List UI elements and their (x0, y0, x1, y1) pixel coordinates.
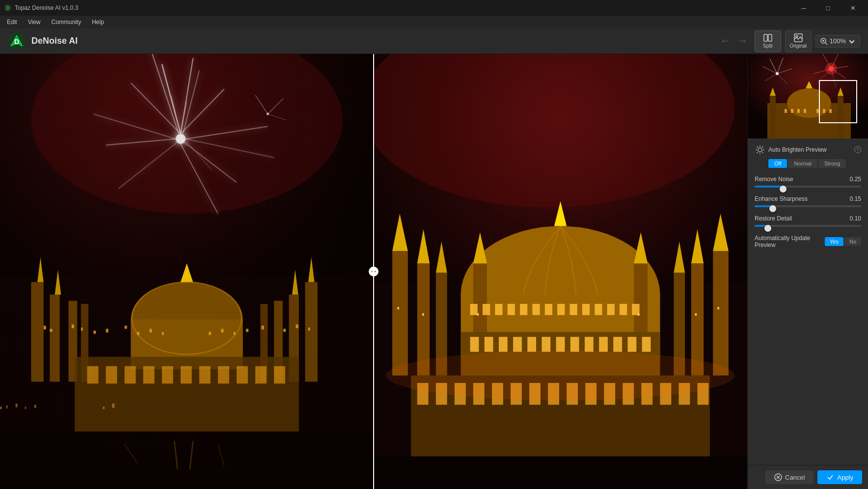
zoom-control[interactable]: 100% (815, 35, 860, 48)
app-title: DeNoise AI (31, 36, 78, 46)
svg-rect-169 (638, 313, 640, 316)
apply-icon (826, 473, 834, 481)
menu-help[interactable]: Help (87, 18, 109, 27)
enhance-sharpness-label: Enhance Sharpness (755, 195, 808, 202)
auto-update-no-button[interactable]: No (844, 237, 861, 246)
controls-area: Auto Brighten Preview ? Off Normal Stron… (748, 138, 868, 465)
svg-point-163 (386, 351, 734, 400)
remove-noise-label: Remove Noise (755, 176, 793, 183)
svg-rect-135 (513, 337, 522, 352)
svg-rect-137 (542, 337, 550, 352)
svg-rect-4 (764, 34, 767, 41)
auto-update-label: Automatically Update Preview (755, 235, 825, 248)
remove-noise-section: Remove Noise 0.25 (755, 176, 861, 188)
svg-rect-134 (499, 337, 508, 352)
svg-rect-144 (642, 337, 651, 352)
svg-rect-101 (392, 251, 408, 376)
svg-rect-164 (397, 307, 399, 309)
auto-update-section: Automatically Update Preview Yes No (755, 235, 861, 248)
svg-rect-166 (717, 307, 719, 309)
svg-rect-132 (470, 337, 479, 352)
svg-rect-119 (483, 304, 490, 315)
undo-button[interactable]: ↩ (717, 33, 733, 49)
split-divider[interactable] (373, 54, 374, 489)
zoom-value: 100% (830, 37, 846, 45)
titlebar-title: Topaz Denoise AI v1.0.3 (15, 4, 78, 11)
split-button[interactable]: Split (755, 30, 781, 52)
menu-edit[interactable]: Edit (2, 18, 22, 27)
zoom-icon (820, 37, 828, 45)
svg-rect-123 (532, 304, 540, 315)
thumbnail-image (748, 54, 868, 138)
remove-noise-value: 0.25 (850, 176, 861, 183)
svg-rect-196 (797, 109, 800, 113)
svg-line-207 (762, 152, 763, 153)
svg-rect-190 (770, 96, 776, 138)
remove-noise-slider[interactable] (755, 186, 861, 188)
auto-brighten-section: Auto Brighten Preview ? Off Normal Stron… (755, 144, 861, 168)
svg-rect-125 (557, 304, 565, 315)
brighten-strong-button[interactable]: Strong (818, 159, 846, 168)
restore-detail-slider[interactable] (755, 225, 861, 227)
canvas-area[interactable] (0, 54, 747, 489)
apply-label: Apply (837, 474, 853, 481)
redo-button[interactable]: ↪ (735, 33, 751, 49)
help-icon[interactable]: ? (854, 146, 861, 153)
svg-text:D: D (14, 38, 19, 46)
svg-rect-198 (816, 109, 819, 113)
svg-rect-130 (620, 304, 627, 315)
app-logo: D (8, 32, 26, 50)
menu-view[interactable]: View (23, 18, 46, 27)
svg-rect-94 (0, 54, 374, 489)
split-handle[interactable] (369, 267, 379, 276)
svg-line-209 (757, 152, 758, 153)
maximize-button[interactable]: □ (817, 0, 840, 16)
image-container (0, 54, 747, 489)
svg-text:D: D (6, 5, 9, 11)
svg-rect-103 (417, 264, 430, 376)
appheader: D DeNoise AI ↩ ↪ Split Original (0, 28, 868, 54)
svg-rect-121 (508, 304, 515, 315)
svg-rect-139 (570, 337, 579, 352)
svg-rect-167 (695, 313, 697, 316)
auto-brighten-label: Auto Brighten Preview (768, 146, 851, 153)
undo-redo: ↩ ↪ (717, 33, 751, 49)
svg-rect-129 (607, 304, 615, 315)
svg-rect-133 (485, 337, 493, 352)
image-left (0, 54, 374, 489)
svg-line-208 (762, 147, 763, 148)
svg-rect-128 (595, 304, 602, 315)
enhance-sharpness-slider[interactable] (755, 205, 861, 207)
menu-community[interactable]: Community (46, 18, 86, 27)
original-label: Original (790, 43, 807, 49)
svg-rect-118 (470, 304, 478, 315)
chevron-down-icon (848, 37, 856, 45)
titlebar-controls: ─ □ ✕ (792, 0, 864, 16)
original-button[interactable]: Original (785, 30, 812, 52)
svg-rect-168 (477, 313, 479, 316)
restore-detail-label: Restore Detail (755, 215, 792, 222)
apply-button[interactable]: Apply (817, 470, 862, 484)
svg-rect-162 (374, 457, 747, 489)
restore-detail-section: Restore Detail 0.10 (755, 215, 861, 227)
minimize-button[interactable]: ─ (792, 0, 815, 16)
brighten-normal-button[interactable]: Normal (788, 159, 817, 168)
svg-rect-126 (570, 304, 577, 315)
svg-rect-165 (422, 313, 424, 316)
close-button[interactable]: ✕ (841, 0, 864, 16)
svg-point-201 (758, 148, 762, 152)
cancel-label: Cancel (785, 474, 805, 481)
auto-update-yes-button[interactable]: Yes (825, 237, 843, 246)
split-label: Split (763, 43, 772, 49)
menubar: Edit View Community Help (0, 16, 868, 28)
titlebar: D Topaz Denoise AI v1.0.3 ─ □ ✕ (0, 0, 868, 16)
brighten-off-button[interactable]: Off (768, 159, 787, 168)
enhance-sharpness-value: 0.15 (850, 195, 861, 202)
left-scene (0, 54, 374, 489)
cancel-button[interactable]: Cancel (765, 470, 814, 484)
image-right (374, 54, 747, 489)
sun-icon (755, 144, 765, 155)
svg-rect-142 (613, 337, 622, 352)
undo-redo-group: ↩ ↪ (717, 33, 751, 49)
svg-rect-141 (599, 337, 608, 352)
